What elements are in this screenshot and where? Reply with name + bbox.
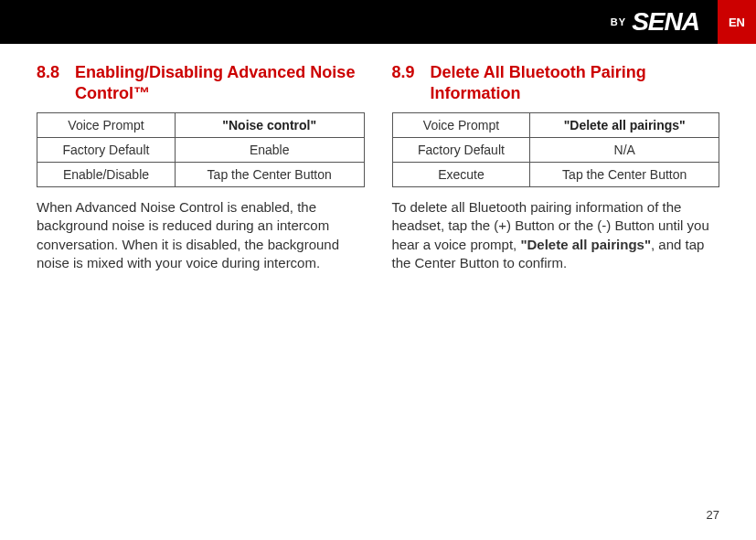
cell-value: N/A: [530, 138, 719, 163]
page-number: 27: [707, 508, 719, 522]
body-text-noise-control: When Advanced Noise Control is enabled, …: [37, 198, 365, 272]
cell-value: Enable: [175, 138, 364, 163]
section-number: 8.8: [37, 62, 75, 103]
left-column: 8.8 Enabling/Disabling Advanced Noise Co…: [37, 62, 365, 272]
section-heading-8-8: 8.8 Enabling/Disabling Advanced Noise Co…: [37, 62, 365, 103]
language-tab: EN: [718, 0, 756, 44]
content-area: 8.8 Enabling/Disabling Advanced Noise Co…: [0, 44, 756, 272]
spec-table-noise-control: Voice Prompt "Noise control" Factory Def…: [37, 112, 365, 187]
by-label: BY: [611, 16, 626, 27]
table-row: Voice Prompt "Noise control": [37, 113, 365, 138]
brand-logo: SENA: [632, 7, 699, 37]
cell-value: "Delete all pairings": [530, 113, 719, 138]
cell-value: Tap the Center Button: [175, 163, 364, 187]
cell-value: "Noise control": [175, 113, 364, 138]
table-row: Factory Default Enable: [37, 138, 365, 163]
brand-area: BY SENA: [611, 7, 718, 37]
body-bold: "Delete all pairings": [520, 237, 651, 252]
cell-label: Voice Prompt: [392, 113, 530, 138]
section-title: Delete All Bluetooth Pairing Information: [431, 62, 720, 103]
section-heading-8-9: 8.9 Delete All Bluetooth Pairing Informa…: [392, 62, 720, 103]
table-row: Enable/Disable Tap the Center Button: [37, 163, 365, 187]
body-text-delete-pairings: To delete all Bluetooth pairing informat…: [392, 198, 720, 272]
table-row: Factory Default N/A: [392, 138, 719, 163]
cell-label: Voice Prompt: [37, 113, 176, 138]
right-column: 8.9 Delete All Bluetooth Pairing Informa…: [392, 62, 720, 272]
cell-label: Execute: [392, 163, 530, 187]
section-title: Enabling/Disabling Advanced Noise Contro…: [75, 62, 365, 103]
section-number: 8.9: [392, 62, 431, 103]
table-row: Execute Tap the Center Button: [392, 163, 719, 187]
spec-table-delete-pairings: Voice Prompt "Delete all pairings" Facto…: [392, 112, 720, 187]
header-bar: BY SENA EN: [0, 0, 756, 44]
cell-label: Factory Default: [392, 138, 530, 163]
cell-value: Tap the Center Button: [530, 163, 719, 187]
cell-label: Factory Default: [37, 138, 176, 163]
cell-label: Enable/Disable: [37, 163, 176, 187]
table-row: Voice Prompt "Delete all pairings": [392, 113, 719, 138]
